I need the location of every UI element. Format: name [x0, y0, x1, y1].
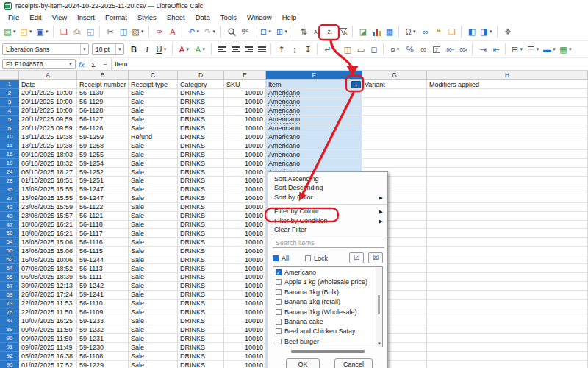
select-all-corner[interactable] [0, 71, 19, 80]
print-preview-icon[interactable]: ◱ [84, 24, 97, 39]
row-header-62[interactable]: 62 [0, 255, 19, 264]
row-header-75[interactable]: 75 [0, 308, 19, 317]
freeze-rows-columns-icon[interactable]: ◧ [465, 24, 478, 39]
cell-A42[interactable]: 23/08/2025 15:59 [19, 203, 77, 212]
row-header-10[interactable]: 10 [0, 132, 19, 141]
insert-column-icon[interactable]: ⊞▼ [274, 24, 290, 39]
spelling-icon[interactable]: abc✓ [238, 24, 251, 39]
cell-A69[interactable]: 26/07/2025 17:24 [19, 291, 77, 300]
chevron-down-icon[interactable]: ▼ [212, 29, 216, 34]
cell-D75[interactable]: DRINKS [178, 308, 224, 317]
chevron-down-icon[interactable]: ▼ [29, 29, 33, 34]
font-color-icon[interactable]: A▼ [176, 42, 193, 57]
row-header-24[interactable]: 24 [0, 168, 19, 177]
increase-indent-icon[interactable]: ⇥ [476, 42, 490, 57]
cell-A5[interactable]: 20/11/2025 09:59 [19, 116, 77, 124]
row-header-11[interactable]: 11 [0, 141, 19, 150]
chevron-down-icon[interactable]: ▼ [201, 47, 206, 52]
row-header-6[interactable]: 6 [0, 124, 19, 133]
open-icon[interactable]: ◰▼ [18, 24, 35, 39]
cell-D5[interactable]: DRINKS [178, 116, 224, 124]
cell-B92[interactable]: 56-1108 [77, 352, 129, 361]
cell-G19[interactable] [362, 159, 427, 168]
delete-decimal-icon[interactable]: .00× [456, 42, 470, 57]
cell-C28[interactable]: Sale [129, 177, 178, 185]
clear-formatting-icon[interactable]: A [166, 24, 179, 39]
cell-B3[interactable]: 56-1129 [77, 98, 129, 107]
formula-icon[interactable]: = [99, 60, 111, 68]
item-checkbox[interactable] [276, 339, 282, 344]
cell-G5[interactable] [362, 116, 427, 124]
sort-icon[interactable]: ⇅ [297, 24, 310, 39]
cell-H89[interactable] [427, 325, 588, 334]
cell-B35[interactable]: 59-1247 [77, 185, 129, 194]
cell-D19[interactable]: DRINKS [178, 159, 224, 168]
cell-E19[interactable]: 10010 [224, 159, 266, 168]
menu-format[interactable]: Format [100, 13, 132, 21]
chevron-down-icon[interactable]: ▼ [140, 29, 145, 34]
cell-C50[interactable]: Sale [129, 229, 178, 238]
chevron-down-icon[interactable]: ▼ [519, 47, 523, 52]
cell-C42[interactable]: Sale [129, 203, 178, 212]
bold-icon[interactable]: B [127, 42, 140, 57]
column-header-F[interactable]: F [266, 71, 362, 80]
cell-B75[interactable]: 56-1109 [77, 308, 129, 317]
cell-E64[interactable]: 10010 [224, 264, 266, 273]
cell-C90[interactable]: Sale [129, 334, 178, 343]
cell-F2[interactable]: Americano [266, 89, 362, 98]
cell-C11[interactable]: Sale [129, 141, 178, 150]
item-checkbox[interactable] [276, 279, 282, 285]
cell-D4[interactable]: DRINKS [178, 107, 224, 116]
cell-D43[interactable]: DRINKS [178, 212, 224, 221]
cell-C91[interactable]: Sale [129, 343, 178, 352]
cell-C47[interactable]: Sale [129, 221, 178, 230]
menu-help[interactable]: Help [277, 13, 302, 21]
conditional-formatting-icon[interactable]: ▦▼ [558, 42, 574, 57]
row-header-67[interactable]: 67 [0, 282, 19, 291]
save-icon[interactable]: ▣▼ [35, 24, 51, 39]
cell-C89[interactable]: Sale [129, 325, 178, 334]
borders-icon[interactable]: ⊞▼ [509, 42, 526, 57]
cell-B5[interactable]: 56-1127 [77, 116, 129, 124]
cell-C16[interactable]: Sale [129, 150, 178, 159]
menu-item-filter-by-condition[interactable]: Filter by Condition▶ [268, 216, 387, 225]
cell-E1[interactable]: SKU [224, 80, 266, 89]
cell-A2[interactable]: 20/11/2025 10:00 [19, 89, 77, 98]
align-left-icon[interactable] [215, 42, 229, 57]
cell-D91[interactable]: DRINKS [178, 343, 224, 352]
cell-C87[interactable]: Sale [129, 316, 178, 325]
chevron-down-icon[interactable]: ▼ [568, 47, 573, 52]
cell-D95[interactable]: DRINKS [178, 361, 224, 368]
cell-B43[interactable]: 56-1121 [77, 212, 129, 221]
align-right-icon[interactable] [242, 42, 255, 57]
cell-E95[interactable]: 10010 [224, 361, 266, 368]
cell-G4[interactable] [362, 107, 427, 116]
cell-D62[interactable]: DRINKS [178, 255, 224, 264]
menu-file[interactable]: File [3, 13, 24, 21]
list-vertical-scrollbar[interactable]: ▼ [376, 267, 382, 347]
cell-H24[interactable] [427, 168, 588, 177]
cell-A67[interactable]: 30/07/2025 12:13 [19, 282, 77, 291]
cell-E69[interactable]: 10010 [224, 291, 266, 300]
cell-D3[interactable]: DRINKS [178, 98, 224, 107]
cell-A28[interactable]: 01/10/2025 18:51 [19, 177, 77, 185]
insert-hyperlink-icon[interactable]: ∞ [419, 24, 432, 39]
menu-edit[interactable]: Edit [24, 13, 46, 21]
merge-and-center-icon[interactable]: ◫ [341, 42, 354, 57]
export-pdf-icon[interactable]: ❏ [57, 24, 71, 39]
cell-B90[interactable]: 59-1231 [77, 334, 129, 343]
column-header-C[interactable]: C [129, 71, 178, 80]
row-header-3[interactable]: 3 [0, 98, 19, 107]
row-header-16[interactable]: 16 [0, 150, 19, 159]
menu-view[interactable]: View [47, 13, 72, 21]
cell-E87[interactable]: 10010 [224, 316, 266, 325]
chevron-down-icon[interactable]: ▼ [489, 29, 493, 34]
menu-item-clear-filter[interactable]: Clear Filter [268, 225, 387, 234]
cell-E62[interactable]: 10010 [224, 255, 266, 264]
cell-E43[interactable]: 10010 [224, 212, 266, 221]
filter-item-banana-1kg-wholesale-[interactable]: Banana 1kg (Wholesale) [273, 307, 382, 316]
cell-H62[interactable] [427, 255, 588, 264]
format-currency-icon[interactable]: ¤▼ [387, 42, 404, 57]
scrollbar-thumb[interactable] [291, 350, 365, 353]
cell-D10[interactable]: DRINKS [178, 132, 224, 141]
